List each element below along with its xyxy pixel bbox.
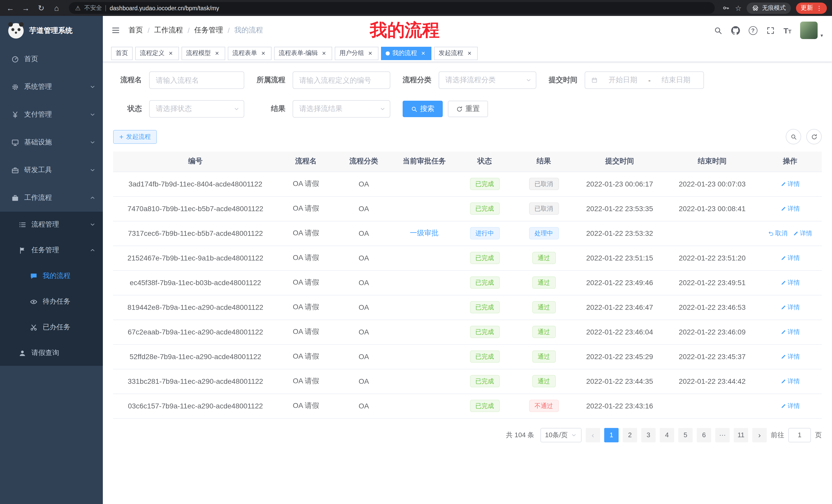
sidebar-item-leave-query[interactable]: 请假查询	[0, 340, 103, 366]
page-4-button[interactable]: 4	[660, 428, 674, 442]
reset-button[interactable]: 重置	[448, 101, 488, 117]
search-icon[interactable]	[714, 26, 723, 35]
page-6-button[interactable]: 6	[697, 428, 711, 442]
sidebar-item-payment-management[interactable]: 支付管理	[0, 101, 103, 129]
sidebar-item-todo-tasks[interactable]: 待办任务	[0, 289, 103, 314]
tab-process-model[interactable]: 流程模型×	[182, 47, 225, 60]
detail-button[interactable]: 详情	[780, 254, 800, 262]
cell-end-time: 2022-01-23 00:08:41	[666, 196, 758, 221]
sidebar-item-workflow[interactable]: 工作流程	[0, 184, 103, 212]
close-icon[interactable]: ×	[466, 50, 473, 57]
key-icon[interactable]	[722, 4, 730, 12]
page-1-button[interactable]: 1	[604, 428, 619, 442]
status-badge: 已完成	[470, 400, 499, 412]
tab-start-process[interactable]: 发起流程×	[434, 47, 478, 60]
bookmark-star-icon[interactable]: ☆	[735, 4, 742, 12]
detail-button[interactable]: 详情	[780, 303, 800, 312]
next-page-button[interactable]: ›	[752, 428, 767, 442]
result-select[interactable]: 请选择流结果	[293, 100, 390, 118]
detail-button[interactable]: 详情	[780, 401, 800, 410]
browser-reload-icon[interactable]: ↻	[36, 4, 46, 12]
detail-button[interactable]: 详情	[780, 377, 800, 386]
sidebar-item-infrastructure[interactable]: 基础设施	[0, 129, 103, 156]
plus-icon: +	[119, 133, 123, 140]
detail-button[interactable]: 详情	[780, 328, 800, 336]
tab-home[interactable]: 首页	[111, 47, 133, 60]
process-name-label: 流程名	[113, 76, 142, 85]
table-row: 2152467e-7b9b-11ec-9a1b-acde48001122OA 请…	[113, 246, 822, 270]
detail-button[interactable]: 详情	[780, 278, 800, 287]
breadcrumb-item[interactable]: 工作流程	[154, 26, 183, 35]
cell-current-task	[393, 172, 455, 196]
category-select[interactable]: 请选择流程分类	[439, 72, 536, 89]
detail-button[interactable]: 详情	[780, 352, 800, 361]
refresh-table-button[interactable]	[806, 129, 822, 144]
user-menu[interactable]: ▼	[800, 22, 824, 39]
breadcrumb-item[interactable]: 任务管理	[194, 26, 223, 35]
tab-process-form[interactable]: 流程表单×	[228, 47, 271, 60]
sidebar-item-home[interactable]: 首页	[0, 45, 103, 73]
refresh-icon	[456, 106, 463, 112]
detail-button[interactable]: 详情	[793, 229, 812, 237]
close-icon[interactable]: ×	[320, 50, 328, 57]
sidebar-item-task-management[interactable]: 任务管理	[0, 237, 103, 263]
detail-button[interactable]: 详情	[780, 204, 800, 213]
page-3-button[interactable]: 3	[641, 428, 656, 442]
date-range-input[interactable]: 开始日期 - 结束日期	[585, 72, 704, 89]
browser-address-bar[interactable]: ⚠ 不安全 dashboard.yudao.iocoder.cn/bpm/tas…	[69, 2, 715, 14]
chevron-up-icon	[89, 195, 96, 201]
avatar[interactable]	[800, 22, 817, 39]
start-process-button[interactable]: + 发起流程	[113, 130, 157, 144]
close-icon[interactable]: ×	[167, 50, 174, 57]
page-2-button[interactable]: 2	[623, 428, 637, 442]
cell-current-task	[393, 369, 455, 394]
warning-icon: ⚠	[75, 4, 81, 11]
active-tab-dot	[386, 51, 390, 55]
column-header: 结果	[514, 151, 573, 172]
cell-process-name: OA 请假	[278, 221, 334, 246]
help-icon[interactable]: ?	[749, 26, 757, 35]
sidebar-item-system-management[interactable]: 系统管理	[0, 73, 103, 101]
tab-my-process[interactable]: 我的流程×	[381, 47, 432, 60]
browser-back-icon[interactable]: ←	[5, 4, 16, 12]
prev-page-button[interactable]: ‹	[586, 428, 600, 442]
cell-process-name: OA 请假	[278, 394, 334, 418]
font-size-icon[interactable]: TT	[784, 26, 791, 34]
page-size-select[interactable]: 10条/页	[541, 428, 581, 442]
status-select[interactable]: 请选择状态	[149, 100, 244, 118]
close-icon[interactable]: ×	[420, 50, 427, 57]
tab-user-group[interactable]: 用户分组×	[335, 47, 379, 60]
close-icon[interactable]: ×	[260, 50, 267, 57]
process-name-input[interactable]	[149, 72, 244, 89]
browser-home-icon[interactable]: ⌂	[51, 4, 62, 12]
close-icon[interactable]: ×	[367, 50, 374, 57]
breadcrumb-item[interactable]: 首页	[129, 26, 143, 35]
app-logo[interactable]: 芋道管理系统	[0, 16, 103, 45]
sidebar-item-done-tasks[interactable]: 已办任务	[0, 314, 103, 340]
browser-forward-icon[interactable]: →	[21, 4, 31, 12]
show-search-button[interactable]	[786, 129, 801, 144]
current-task-link[interactable]: 一级审批	[410, 229, 439, 237]
more-pages-button[interactable]: ···	[715, 428, 730, 442]
tab-process-form-edit[interactable]: 流程表单-编辑×	[274, 47, 332, 60]
sidebar-item-process-management[interactable]: 流程管理	[0, 212, 103, 237]
goto-label: 前往	[771, 430, 784, 440]
page-5-button[interactable]: 5	[678, 428, 693, 442]
detail-button[interactable]: 详情	[780, 179, 800, 188]
goto-page-input[interactable]	[788, 428, 811, 442]
browser-update-button[interactable]: 更新 ⋮	[796, 2, 827, 13]
tab-process-definition[interactable]: 流程定义×	[135, 47, 179, 60]
browser-menu-icon[interactable]: ⋮	[816, 4, 822, 11]
search-button[interactable]: 搜索	[402, 101, 443, 117]
fullscreen-icon[interactable]	[766, 26, 775, 35]
github-icon[interactable]	[731, 26, 740, 35]
table-row: ec45f38f-7b9a-11ec-b03b-acde48001122OA 请…	[113, 270, 822, 295]
sidebar-item-my-process[interactable]: 我的流程	[0, 263, 103, 289]
status-badge: 已完成	[470, 178, 499, 190]
close-icon[interactable]: ×	[213, 50, 220, 57]
cancel-button[interactable]: 取消	[768, 229, 787, 237]
process-definition-input[interactable]	[293, 72, 390, 89]
hamburger-icon[interactable]	[111, 26, 120, 35]
page-11-button[interactable]: 11	[734, 428, 748, 442]
sidebar-item-dev-tools[interactable]: 研发工具	[0, 156, 103, 184]
